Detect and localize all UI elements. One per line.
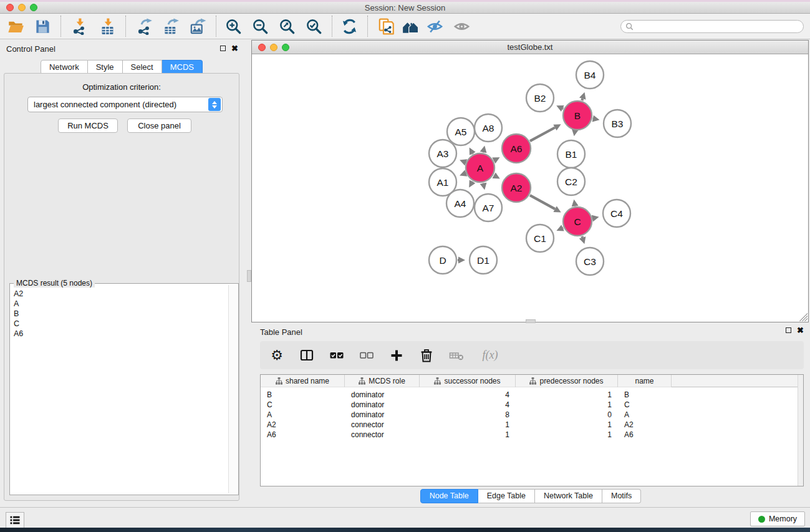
refresh-icon bbox=[341, 18, 358, 35]
run-mcds-button[interactable]: Run MCDS bbox=[58, 118, 118, 133]
column-header-predecessor-nodes[interactable]: predecessor nodes bbox=[516, 375, 618, 387]
main-titlebar[interactable]: Session: New Session bbox=[0, 2, 810, 14]
search-input[interactable] bbox=[634, 22, 803, 31]
graph-edge-A2-C[interactable] bbox=[530, 195, 555, 209]
table-cell: C bbox=[261, 400, 345, 409]
graph-arrowhead-icon bbox=[572, 200, 579, 207]
column-header-shared-name[interactable]: shared name bbox=[261, 375, 345, 387]
float-panel-icon[interactable] bbox=[220, 46, 226, 51]
close-window-button[interactable] bbox=[6, 4, 14, 11]
splitter-handle-horizontal[interactable] bbox=[526, 319, 536, 323]
refresh-layout-button[interactable] bbox=[340, 17, 358, 35]
table-settings-button[interactable]: ⚙ bbox=[269, 347, 285, 364]
column-header-name[interactable]: name bbox=[618, 375, 672, 387]
import-table-icon bbox=[99, 18, 116, 35]
export-network-button[interactable] bbox=[135, 17, 153, 35]
tab-network-table[interactable]: Network Table bbox=[535, 489, 602, 503]
splitter-handle-vertical[interactable] bbox=[247, 270, 251, 282]
import-network-button[interactable] bbox=[70, 17, 88, 35]
table-row[interactable]: A6connector11A6 bbox=[261, 430, 803, 440]
graph-node-label: C1 bbox=[534, 233, 546, 244]
float-table-panel-icon[interactable] bbox=[786, 327, 791, 333]
apply-function-button[interactable]: f(x) bbox=[478, 347, 502, 364]
table-cell: C bbox=[618, 400, 672, 409]
split-columns-button[interactable] bbox=[299, 347, 315, 364]
copy-network-button[interactable] bbox=[377, 17, 395, 35]
network-canvas[interactable]: B4B2BB3A5A8A6A3B1AA1C2A2A4A7C4CC1DD1C3 bbox=[252, 54, 808, 322]
import-table-button[interactable] bbox=[99, 17, 116, 35]
close-panel-button[interactable]: Close panel bbox=[127, 118, 191, 133]
close-network-window-button[interactable] bbox=[258, 44, 266, 51]
tab-motifs[interactable]: Motifs bbox=[602, 489, 641, 503]
result-list-scrollbar[interactable] bbox=[228, 285, 237, 493]
graph-edge-B-B4[interactable] bbox=[582, 99, 582, 100]
graph-edge-B-B2[interactable] bbox=[562, 109, 563, 109]
table-cell: 0 bbox=[516, 410, 618, 419]
memory-button[interactable]: Memory bbox=[750, 511, 805, 526]
show-all-columns-button[interactable] bbox=[329, 347, 345, 364]
status-bar: Memory bbox=[0, 507, 810, 528]
eye-icon bbox=[453, 18, 470, 35]
export-image-button[interactable] bbox=[189, 17, 206, 35]
table-row[interactable]: Bdominator41B bbox=[261, 390, 803, 400]
delete-column-button[interactable] bbox=[418, 347, 435, 364]
minimize-network-window-button[interactable] bbox=[270, 44, 277, 51]
search-field[interactable] bbox=[620, 20, 804, 33]
column-header-successor-nodes[interactable]: successor nodes bbox=[420, 375, 516, 387]
column-header-label: predecessor nodes bbox=[539, 377, 603, 385]
table-row[interactable]: A2connector11A2 bbox=[261, 420, 803, 430]
graph-node-label: B4 bbox=[584, 70, 596, 80]
minimize-window-button[interactable] bbox=[18, 4, 26, 11]
plus-icon bbox=[389, 348, 404, 363]
graph-node-label: A2 bbox=[511, 183, 523, 193]
tab-edge-table[interactable]: Edge Table bbox=[478, 489, 535, 503]
table-scrollbar[interactable] bbox=[798, 375, 803, 486]
task-history-button[interactable] bbox=[6, 512, 24, 528]
zoom-selected-button[interactable] bbox=[305, 17, 322, 35]
toolbar-separator bbox=[60, 16, 61, 37]
network-window-titlebar[interactable]: testGlobe.txt bbox=[252, 41, 808, 54]
zoom-in-button[interactable] bbox=[224, 17, 242, 35]
fx-icon: f(x) bbox=[483, 349, 498, 362]
table-row[interactable]: Adominator80A bbox=[261, 410, 803, 420]
checked-boxes-icon bbox=[329, 348, 344, 363]
result-item[interactable]: A6 bbox=[12, 329, 227, 339]
export-table-button[interactable] bbox=[162, 17, 180, 35]
zoom-out-button[interactable] bbox=[251, 17, 269, 35]
node-table[interactable]: shared nameMCDS rolesuccessor nodesprede… bbox=[260, 374, 804, 486]
graph-edge-C-C3[interactable] bbox=[582, 236, 582, 238]
table-cell: A bbox=[618, 410, 672, 419]
show-details-button[interactable] bbox=[453, 17, 470, 35]
zoom-network-window-button[interactable] bbox=[282, 44, 289, 51]
close-panel-icon[interactable]: ✖ bbox=[231, 46, 238, 51]
close-table-panel-icon[interactable]: ✖ bbox=[797, 327, 804, 333]
hide-details-button[interactable] bbox=[426, 17, 443, 35]
create-column-button[interactable] bbox=[388, 347, 405, 364]
open-session-button[interactable] bbox=[7, 17, 24, 35]
eye-slash-icon bbox=[427, 18, 443, 35]
criterion-dropdown[interactable]: largest connected component (directed) bbox=[27, 97, 223, 112]
table-cell: A6 bbox=[618, 430, 672, 439]
graph-node-label: A6 bbox=[511, 143, 523, 154]
memory-label: Memory bbox=[769, 515, 797, 523]
result-item[interactable]: A bbox=[12, 299, 227, 309]
table-row[interactable]: Cdominator41C bbox=[261, 400, 803, 410]
result-item[interactable]: B bbox=[12, 309, 227, 319]
hide-all-columns-button[interactable] bbox=[359, 347, 375, 364]
unchecked-boxes-icon bbox=[359, 348, 374, 363]
zoom-fit-button[interactable] bbox=[278, 17, 296, 35]
column-header-label: shared name bbox=[286, 377, 329, 385]
save-session-button[interactable] bbox=[34, 17, 51, 35]
resize-grip-icon[interactable] bbox=[799, 313, 808, 321]
tab-node-table[interactable]: Node Table bbox=[420, 489, 478, 503]
home-views-button[interactable] bbox=[402, 17, 419, 35]
columns-icon bbox=[299, 348, 314, 363]
result-item[interactable]: C bbox=[12, 319, 227, 329]
table-cell: A2 bbox=[618, 420, 672, 429]
mcds-result-list[interactable]: A2ABCA6 bbox=[12, 286, 227, 493]
result-item[interactable]: A2 bbox=[12, 289, 227, 299]
column-header-MCDS-role[interactable]: MCDS role bbox=[345, 375, 420, 387]
graph-edge-A6-B[interactable] bbox=[530, 128, 555, 142]
zoom-window-button[interactable] bbox=[30, 4, 37, 11]
delete-table-button[interactable] bbox=[448, 347, 465, 364]
